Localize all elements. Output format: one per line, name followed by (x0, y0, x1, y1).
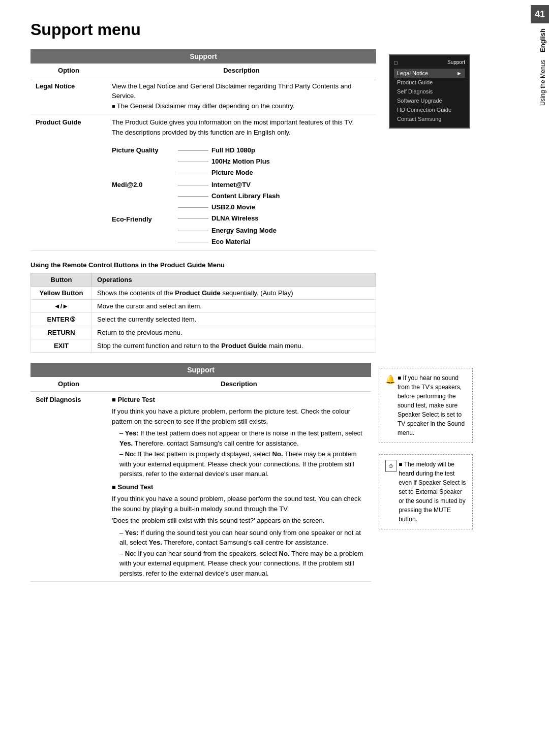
right-sidebar: 41 English Using the Menus (488, 0, 549, 607)
remote-row-1: ◄/► Move the cursor and select an item. (31, 300, 376, 313)
remote-op-1: Move the cursor and select an item. (92, 300, 376, 313)
tv-header-icon: □ (394, 59, 398, 66)
remote-table: Button Operations Yellow Button Shows th… (30, 273, 376, 353)
note1-text: ■ If you hear no sound from the TV's spe… (398, 373, 466, 437)
table-row-product-guide: Product Guide The Product Guide gives yo… (30, 114, 376, 251)
remote-row-2: ENTER⑤ Select the currently selected ite… (31, 313, 376, 326)
remote-btn-0: Yellow Button (31, 287, 92, 300)
remote-section: Using the Remote Control Buttons in the … (30, 261, 376, 353)
legal-notice-option: Legal Notice (30, 78, 107, 114)
pg-item-3: Internet@TV (211, 180, 251, 190)
picture-test-text: If you think you have a picture problem,… (112, 406, 366, 426)
tv-item-0: Product Guide (394, 78, 465, 87)
table2-col2: Description (107, 377, 371, 391)
pg-item-5: USB2.0 Movie (211, 202, 255, 212)
table1-header: Support (30, 49, 376, 64)
note-box-2: ☺ ■ The melody will be heard during the … (379, 454, 473, 529)
note2-text: ■ The melody will be heard during the te… (399, 460, 466, 524)
support-table-1: Support Option Description Legal Notice (30, 49, 376, 251)
remote-op-0: Shows the contents of the Product Guide … (92, 287, 376, 300)
sound-test-text: If you think you have a sound problem, p… (112, 494, 366, 514)
tv-item-1: Self Diagnosis (394, 87, 465, 96)
table2-header: Support (30, 363, 371, 377)
st-sub-yes: – Yes: If during the sound test you can … (119, 528, 366, 548)
pg-label-medi: Medi@2.0 (112, 180, 142, 190)
table2-col1: Option (30, 377, 107, 391)
table-row-legal-notice: Legal Notice View the Legal Notice and G… (30, 78, 376, 114)
remote-op-2: Select the currently selected item. (92, 313, 376, 326)
pg-item-1: 100Hz Motion Plus (211, 156, 270, 167)
tv-item-4: Contact Samsung (394, 114, 465, 123)
remote-op-3: Return to the previous menu. (92, 326, 376, 339)
tv-screen: □ Support Legal Notice ► Product Guide S… (389, 54, 470, 129)
st-sub-no: – No: If you can hear sound from the spe… (119, 549, 366, 579)
page-title: Support menu (30, 20, 473, 39)
table1-col2: Description (107, 64, 376, 78)
product-guide-desc: The Product Guide gives you information … (107, 114, 376, 251)
table1-col1: Option (30, 64, 107, 78)
pg-item-4: Content Library Flash (211, 191, 280, 201)
pg-item-7: Energy Saving Mode (211, 226, 277, 236)
pt-sub-no: – No: If the test pattern is properly di… (119, 449, 366, 479)
tv-selected-item: Legal Notice ► (394, 69, 465, 78)
pg-item-8: Eco Material (211, 237, 251, 247)
remote-btn-3: RETURN (31, 326, 92, 339)
tv-screen-container: □ Support Legal Notice ► Product Guide S… (384, 49, 473, 129)
tv-header-label: Support (447, 59, 465, 66)
product-guide-option: Product Guide (30, 114, 107, 251)
legal-notice-desc: View the Legal Notice and General Discla… (107, 78, 376, 114)
tv-item-3: HD Connection Guide (394, 105, 465, 114)
note2-icon: ☺ (385, 460, 396, 472)
pg-label-eco: Eco-Friendly (112, 214, 152, 225)
remote-row-0: Yellow Button Shows the contents of the … (31, 287, 376, 300)
note-box-1: 🔔 ■ If you hear no sound from the TV's s… (379, 368, 473, 443)
remote-col1: Button (31, 273, 92, 287)
pg-item-6: DLNA Wireless (211, 213, 259, 224)
self-diagnosis-option: Self Diagnosis (30, 391, 107, 582)
remote-row-4: EXIT Stop the current function and retur… (31, 339, 376, 353)
remote-col2: Operations (92, 273, 376, 287)
note1-icon: 🔔 (385, 373, 395, 386)
remote-op-4: Stop the current function and return to … (92, 339, 376, 353)
tv-item-2: Software Upgrade (394, 96, 465, 105)
sound-test-question: 'Does the problem still exist with this … (112, 516, 366, 526)
remote-row-3: RETURN Return to the previous menu. (31, 326, 376, 339)
self-diagnosis-desc: ■ Picture Test If you think you have a p… (107, 391, 371, 582)
remote-heading: Using the Remote Control Buttons in the … (30, 261, 376, 269)
remote-btn-4: EXIT (31, 339, 92, 353)
table-row-self-diagnosis: Self Diagnosis ■ Picture Test If you thi… (30, 391, 371, 582)
pg-item-2: Picture Mode (211, 168, 253, 178)
pg-item-0: Full HD 1080p (211, 145, 255, 155)
sidebar-language: English (536, 23, 549, 57)
remote-btn-2: ENTER⑤ (31, 313, 92, 326)
page-number: 41 (531, 5, 549, 23)
pg-label-pq: Picture Quality (112, 145, 159, 155)
sidebar-section: Using the Menus (537, 57, 549, 108)
remote-btn-1: ◄/► (31, 300, 92, 313)
support-table-2: Support Option Description Self Diagnosi… (30, 363, 371, 582)
pt-sub-yes: – Yes: If the test pattern does not appe… (119, 428, 366, 448)
